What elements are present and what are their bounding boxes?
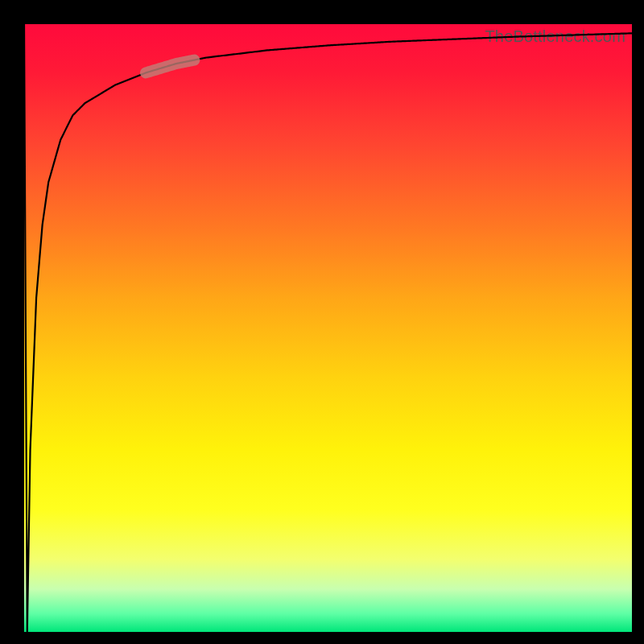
chart-frame: TheBottleneck.com — [0, 0, 644, 644]
bottleneck-curve — [24, 24, 632, 632]
highlight-segment — [146, 60, 194, 73]
plot-area: TheBottleneck.com — [24, 24, 632, 632]
curve-layer — [24, 24, 632, 632]
